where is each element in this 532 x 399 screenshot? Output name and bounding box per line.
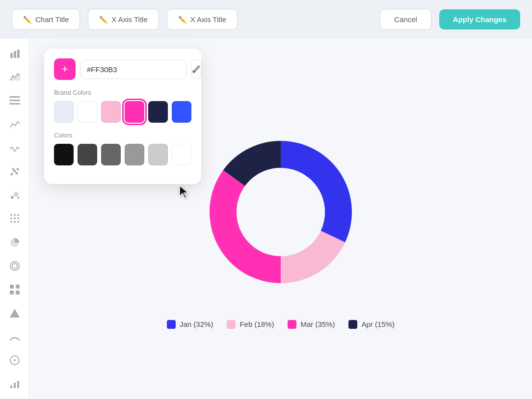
svg-point-24 xyxy=(12,264,17,268)
svg-rect-4 xyxy=(9,100,20,101)
svg-rect-33 xyxy=(17,381,19,388)
content-area: + Brand Colors Colors xyxy=(29,39,532,399)
color-swatch-4[interactable] xyxy=(148,144,168,165)
legend-apr: Apr (15%) xyxy=(348,320,395,329)
svg-point-21 xyxy=(14,221,16,223)
x-axis-title2-label: X Axis Title xyxy=(190,15,226,24)
apply-changes-button[interactable]: Apply Changes xyxy=(439,9,520,29)
color-swatch-1[interactable] xyxy=(78,144,97,165)
cancel-button[interactable]: Cancel xyxy=(380,9,431,30)
legend-apr-dot xyxy=(348,320,357,329)
svg-rect-25 xyxy=(10,285,14,289)
sidebar xyxy=(0,39,29,399)
legend-apr-label: Apr (15%) xyxy=(361,320,395,328)
legend-jan-dot xyxy=(167,320,176,329)
svg-point-13 xyxy=(17,197,19,199)
bubble-icon[interactable] xyxy=(7,188,22,202)
svg-rect-28 xyxy=(16,291,20,294)
top-bar: ✏️ Chart Title ✏️ X Axis Title ✏️ X Axis… xyxy=(0,0,532,39)
x-axis-title-label: X Axis Title xyxy=(111,15,147,24)
legend-jan-label: Jan (32%) xyxy=(180,320,213,328)
legend-feb-dot xyxy=(227,320,236,329)
svg-point-18 xyxy=(14,217,16,219)
area-chart-icon[interactable] xyxy=(7,70,22,84)
chart-legend: Jan (32%) Feb (18%) Mar (35%) Apr (15%) xyxy=(167,320,395,329)
eyedropper-button[interactable] xyxy=(191,59,201,79)
svg-point-14 xyxy=(10,214,12,216)
donut-chart[interactable] xyxy=(178,109,384,315)
dot-matrix-icon[interactable] xyxy=(7,212,22,225)
wave-chart-icon[interactable] xyxy=(7,141,22,155)
list-icon[interactable] xyxy=(7,94,22,107)
color-picker-top: + xyxy=(54,58,191,80)
x-axis-title2-button[interactable]: ✏️ X Axis Title xyxy=(167,9,238,30)
color-swatch-2[interactable] xyxy=(101,144,121,165)
brand-colors-row xyxy=(54,101,191,123)
svg-point-11 xyxy=(11,196,14,199)
legend-mar-dot xyxy=(288,320,296,329)
brand-swatch-0[interactable] xyxy=(54,101,74,123)
bottom-icon-2[interactable] xyxy=(7,377,22,391)
color-swatch-5[interactable] xyxy=(172,144,191,165)
brand-swatch-3[interactable] xyxy=(125,101,144,123)
arc-icon[interactable] xyxy=(7,330,22,344)
svg-point-20 xyxy=(10,221,12,223)
color-swatch-3[interactable] xyxy=(125,144,144,165)
svg-point-30 xyxy=(14,359,16,361)
main-layout: + Brand Colors Colors xyxy=(0,39,532,399)
brand-swatch-1[interactable] xyxy=(78,101,97,123)
svg-point-10 xyxy=(15,172,18,175)
legend-feb-label: Feb (18%) xyxy=(239,320,274,328)
svg-rect-5 xyxy=(9,103,20,105)
chart-title-button[interactable]: ✏️ Chart Title xyxy=(12,9,80,30)
svg-point-8 xyxy=(16,168,19,171)
brand-swatch-4[interactable] xyxy=(148,101,168,123)
svg-point-12 xyxy=(14,192,19,197)
svg-point-7 xyxy=(13,170,16,173)
brand-swatch-2[interactable] xyxy=(101,101,121,123)
svg-rect-26 xyxy=(16,285,20,289)
legend-mar: Mar (35%) xyxy=(288,320,335,329)
svg-rect-0 xyxy=(10,53,13,58)
cancel-label: Cancel xyxy=(394,15,417,24)
svg-point-22 xyxy=(17,221,19,223)
brand-swatch-5[interactable] xyxy=(172,101,191,123)
legend-jan: Jan (32%) xyxy=(167,320,213,329)
svg-rect-2 xyxy=(17,50,20,58)
svg-point-9 xyxy=(12,168,14,171)
color-swatch-0[interactable] xyxy=(54,144,74,165)
triangle-icon[interactable] xyxy=(7,306,22,320)
donut-center xyxy=(237,168,325,256)
svg-point-23 xyxy=(10,262,19,270)
scatter-icon[interactable] xyxy=(7,164,22,178)
plus-icon: + xyxy=(62,63,68,76)
hex-color-input[interactable] xyxy=(80,60,186,79)
colors-row xyxy=(54,144,191,165)
bottom-icon-1[interactable] xyxy=(7,353,22,367)
bar-chart-icon[interactable] xyxy=(7,47,22,60)
line-chart-icon[interactable] xyxy=(7,117,22,131)
svg-rect-31 xyxy=(10,385,12,388)
svg-point-16 xyxy=(17,214,19,216)
pencil-icon-3: ✏️ xyxy=(178,16,186,24)
pencil-icon-2: ✏️ xyxy=(99,16,107,24)
brand-colors-label: Brand Colors xyxy=(54,89,191,96)
svg-point-15 xyxy=(14,214,16,216)
svg-rect-32 xyxy=(14,383,16,388)
pencil-icon: ✏️ xyxy=(23,16,31,24)
svg-point-17 xyxy=(10,217,12,219)
apply-label: Apply Changes xyxy=(453,15,506,24)
svg-rect-3 xyxy=(9,96,20,98)
ring-icon[interactable] xyxy=(7,259,22,273)
svg-point-6 xyxy=(10,173,13,176)
grid-icon[interactable] xyxy=(7,283,22,296)
eyedropper-icon xyxy=(192,65,201,74)
chart-title-label: Chart Title xyxy=(35,15,69,24)
legend-feb: Feb (18%) xyxy=(227,320,274,329)
x-axis-title-button[interactable]: ✏️ X Axis Title xyxy=(88,9,159,30)
legend-mar-label: Mar (35%) xyxy=(300,320,335,328)
selected-color-swatch[interactable]: + xyxy=(54,58,76,80)
svg-point-19 xyxy=(17,217,19,219)
colors-label: Colors xyxy=(54,132,191,139)
pie-chart-icon[interactable] xyxy=(7,236,22,249)
